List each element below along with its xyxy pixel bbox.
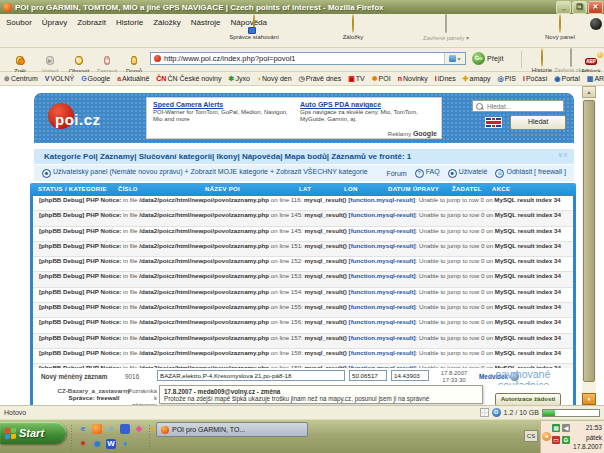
site-nav-link[interactable]: Fórum <box>386 170 406 177</box>
hide-tray-icons-icon[interactable]: ◂ <box>542 432 551 441</box>
menu-item-soubor[interactable]: Soubor <box>2 16 38 29</box>
menu-item-záložky[interactable]: Záložky <box>149 16 187 29</box>
site-primary-nav[interactable]: Kategorie Poi| Záznamy| Slučování katego… <box>34 149 574 164</box>
bookmark-item[interactable]: VVOLNÝ <box>45 75 74 83</box>
bookmark-label: iDnes <box>438 75 456 82</box>
new-tab-button[interactable]: Nový panel <box>532 15 588 40</box>
bookmark-item[interactable]: iiDnes <box>435 75 456 83</box>
excel-tray-icon[interactable]: ▦ <box>552 424 560 432</box>
recycle-tray-icon[interactable]: ♻ <box>562 436 570 444</box>
ad-1[interactable]: Speed Camera Alerts POI-Warner for TomTo… <box>147 98 294 138</box>
player-icon[interactable]: ◉ <box>92 439 102 449</box>
bookmark-item[interactable]: ◷Právě dnes <box>299 75 342 83</box>
minimize-button[interactable]: _ <box>556 1 571 14</box>
column-header[interactable]: LON <box>344 186 358 192</box>
forward-button[interactable]: ► Vpřed <box>35 49 65 74</box>
search-button[interactable]: Hledat <box>510 115 566 130</box>
save-icon[interactable] <box>120 424 130 434</box>
bookmark-item[interactable]: ⊕Centrum <box>4 75 38 83</box>
column-header[interactable]: LAT <box>299 186 311 192</box>
site-nav-link[interactable]: ⊙Odhlásit [ freewall ] <box>495 168 566 178</box>
bookmark-item[interactable]: nNovinky <box>398 75 428 83</box>
bookmark-item[interactable]: GGoogle <box>81 75 110 83</box>
language-indicator[interactable]: CS <box>524 430 538 442</box>
menu-item-historie[interactable]: Historie <box>112 16 149 29</box>
explorer-icon[interactable]: e <box>106 424 116 434</box>
record-note: 17.8.2007 - meda009@volny.cz - změna Pro… <box>159 385 483 404</box>
window-titlebar[interactable]: POI pro GARMIN, TOMTOM, MIO a jiné GPS N… <box>0 0 604 14</box>
bookmark-item[interactable]: ▣TV <box>348 75 365 83</box>
table-header: STATUS / KATEGORIEČÍSLONÁZEV POILATLONDA… <box>30 183 576 196</box>
site-logo[interactable]: poi.cz <box>55 111 101 128</box>
error-row: [phpBB Debug] PHP Notice: in file /data2… <box>33 227 573 242</box>
go-button[interactable]: Go Přejít <box>472 52 503 65</box>
back-button[interactable]: ◄ Zpět <box>5 49 35 74</box>
error-row: [phpBB Debug] PHP Notice: in file /data2… <box>33 242 573 257</box>
lat-input[interactable] <box>349 370 387 381</box>
url-bar[interactable]: ▾ <box>150 52 466 65</box>
forward-icon: ► <box>46 56 55 65</box>
url-input[interactable] <box>164 54 444 63</box>
grid-status-icon[interactable] <box>480 408 489 417</box>
site-nav-link[interactable]: ?FAQ <box>415 168 440 178</box>
bookmark-item[interactable]: ▦ARES <box>587 75 604 83</box>
column-header[interactable]: AKCE <box>492 186 510 192</box>
menubar: SouborÚpravyZobrazitHistorieZáložkyNástr… <box>0 14 604 48</box>
closed-panels-button[interactable]: Zavřené panely ▾ <box>408 15 484 41</box>
column-header[interactable]: ŽADATEL <box>452 186 482 192</box>
ad-1-title[interactable]: Speed Camera Alerts <box>153 101 288 108</box>
lon-input[interactable] <box>391 370 429 381</box>
closed-panels-icon <box>445 14 447 33</box>
search-input[interactable] <box>485 102 563 111</box>
close-button[interactable]: ✕ <box>588 1 603 14</box>
home-button[interactable]: ⌂ Domů <box>119 49 149 74</box>
reload-button[interactable]: ↻ Obnovit <box>64 49 94 74</box>
ruby-icon[interactable]: ◆ <box>134 424 144 434</box>
scrollbar-thumb[interactable] <box>583 100 595 382</box>
poi-name-input[interactable] <box>157 370 345 381</box>
bookmarks-button[interactable]: Záložky <box>328 15 378 40</box>
sphere-icon[interactable]: ● <box>120 439 130 449</box>
bookmark-item[interactable]: ✹POI <box>372 75 391 83</box>
ad-2-title[interactable]: Auto GPS PDA navigace <box>300 101 435 108</box>
collapse-icon[interactable]: ∨∧ <box>558 151 568 159</box>
pin-icon[interactable]: ✶ <box>78 439 88 449</box>
monitor-tray-icon[interactable]: ▭ <box>552 436 560 444</box>
bookmark-item[interactable]: ◎PIS <box>498 75 516 83</box>
scrollbar[interactable]: ▲ ▼ <box>582 86 596 405</box>
url-dropdown[interactable]: ▾ <box>444 53 465 64</box>
word-icon[interactable]: W <box>106 439 116 449</box>
tray-clock[interactable]: 21:53 pátek 17.8.2007 <box>573 423 602 452</box>
bookmark-item[interactable]: iPočasí <box>523 75 547 83</box>
site-search[interactable] <box>472 100 564 112</box>
column-header[interactable]: STATUS / KATEGORIE <box>38 186 107 192</box>
downloads-manager-button[interactable]: Správce stahování <box>218 15 290 40</box>
user-panel-links[interactable]: Uživatelský panel (Nemáte novou zprávu) … <box>53 168 368 175</box>
column-header[interactable]: NÁZEV POI <box>205 186 240 192</box>
bookmark-icon: i <box>435 75 437 83</box>
bookmark-item[interactable]: ◉Portal <box>554 75 579 83</box>
menu-item-úpravy[interactable]: Úpravy <box>38 16 73 29</box>
firefox-icon[interactable] <box>92 424 102 434</box>
restore-button[interactable]: ❐ <box>572 1 587 14</box>
error-rows: [phpBB Debug] PHP Notice: in file /data2… <box>30 196 576 380</box>
menu-item-zobrazit[interactable]: Zobrazit <box>73 16 112 29</box>
site-nav-link[interactable]: ☻Uživatelé <box>448 168 488 178</box>
bookmark-item[interactable]: ✚amapy <box>463 75 491 83</box>
bookmark-item[interactable]: aAktuálně <box>117 75 149 83</box>
volume-icon[interactable]: ◀ <box>562 424 570 432</box>
bookmark-item[interactable]: ◑Nový den <box>257 75 292 83</box>
column-header[interactable]: ČÍSLO <box>118 186 138 192</box>
column-header[interactable]: DATUM ÚPRAVY <box>388 186 439 192</box>
nav-link-icon: ⊙ <box>495 169 504 178</box>
bookmark-item[interactable]: ✱Jyxo <box>229 75 250 83</box>
quota-service-icon[interactable]: O <box>492 408 501 417</box>
stop-button[interactable]: ● Zastavit <box>92 49 122 74</box>
scroll-down-icon[interactable]: ▼ <box>582 393 596 405</box>
start-button[interactable]: Start <box>0 422 66 444</box>
taskbar-task-firefox[interactable]: POI pro GARMIN, TO... <box>156 422 308 437</box>
uk-flag-icon[interactable] <box>485 117 502 128</box>
scroll-up-icon[interactable]: ▲ <box>582 86 596 98</box>
ie-icon[interactable]: e <box>78 424 88 434</box>
bookmark-item[interactable]: ČNČN České noviny <box>156 75 221 83</box>
